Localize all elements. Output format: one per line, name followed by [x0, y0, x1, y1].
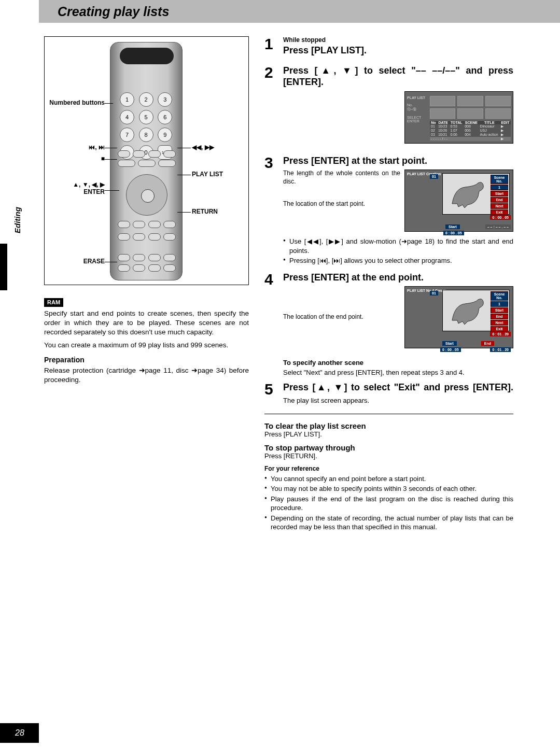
label-return: RETURN [192, 208, 218, 215]
step4-after: Select "Next" and press [ENTER], then re… [283, 369, 513, 376]
step2-title: Press [▲, ▼] to select "–– ––/––" and pr… [283, 65, 513, 88]
left-p2: You can create a maximum of 99 play list… [44, 341, 249, 350]
side-bleed [0, 244, 7, 290]
step-1: 1 While stopped Press [PLAY LIST]. [264, 36, 513, 60]
step-3: 3 Press [ENTER] at the start point. The … [264, 155, 513, 266]
step4-bold: To specify another scene [283, 359, 513, 367]
step1-pre: While stopped [283, 36, 513, 44]
ref-item: You cannot specify an end point before a… [271, 474, 513, 484]
title-bar: Creating play lists [39, 0, 560, 23]
ref-item: Play pauses if the end of the last progr… [271, 495, 513, 513]
label-seek: ◀◀, ▶▶ [192, 144, 214, 151]
step-num-5: 5 [264, 382, 283, 404]
page-number: 28 [9, 726, 30, 740]
step-num-4: 4 [264, 272, 283, 377]
osd-playlist: PLAY LIST No. ⓪–⑨ SELECT ENTER NoDATETOT… [404, 91, 513, 144]
step3-title: Press [ENTER] at the start point. [283, 155, 513, 167]
ref-item: You may not be able to specify points wi… [271, 484, 513, 494]
clear-head: To clear the play list screen [264, 421, 513, 430]
step5-title: Press [▲, ▼] to select "Exit" and press … [283, 382, 513, 393]
label-playlist: PLAY LIST [192, 171, 223, 178]
osd-creation-start: PLAY LIST Creation Scene No. 1 Start End… [404, 170, 513, 232]
prep-head: Preparation [44, 355, 249, 365]
step1-title: Press [PLAY LIST]. [283, 45, 513, 57]
remote-diagram: 123 456 789 0100 [44, 36, 249, 285]
label-skip: ⏮, ⏭ [48, 144, 105, 151]
ref-item: Depending on the state of recording, the… [271, 514, 513, 532]
ref-list: You cannot specify an end point before a… [264, 474, 513, 532]
step4-cap: The location of the end point. [283, 313, 400, 321]
label-numbered: Numbered buttons [48, 99, 105, 106]
left-body: RAM Specify start and end points to crea… [44, 298, 249, 385]
step-2: 2 Press [▲, ▼] to select "–– ––/––" and … [264, 65, 513, 150]
step-num-3: 3 [264, 155, 283, 266]
page-title: Creating play lists [58, 4, 169, 19]
label-arrows-enter: ▲, ▼, ◀, ▶ENTER [48, 181, 105, 195]
remote-dpad [126, 174, 167, 216]
step-4: 4 Press [ENTER] at the end point. The lo… [264, 272, 513, 377]
osd-creation-end: PLAY LIST No.4 Creation Scene No. 1 Star… [404, 286, 513, 348]
separator [264, 414, 513, 414]
step3-b2: Pressing [⏮], [⏭] allows you to select o… [289, 256, 513, 265]
label-erase: ERASE [48, 258, 105, 265]
ref-head: For your reference [264, 465, 513, 472]
osd-table: NoDATETOTALSCENETITLEEDIT 0110/230:53008… [430, 121, 511, 141]
stop-body: Press [RETURN]. [264, 452, 513, 460]
dinosaur-icon [447, 178, 488, 209]
step-num-1: 1 [264, 36, 283, 60]
remote-body: 123 456 789 0100 [110, 42, 183, 280]
prep-body: Release protection (cartridge ➜page 11, … [44, 366, 249, 385]
dinosaur-icon [447, 294, 488, 326]
step3-b1: Use [◀◀], [▶▶] and slow-motion (➜page 18… [289, 237, 513, 255]
section-tab: Editing [13, 207, 22, 233]
stop-head: To stop partway through [264, 443, 513, 452]
label-stop: ■ [48, 155, 105, 162]
step4-title: Press [ENTER] at the end point. [283, 272, 513, 284]
step-num-2: 2 [264, 65, 283, 150]
step5-after: The play list screen appears. [283, 397, 513, 404]
step3-cap1: The length of the whole contents on the … [283, 170, 400, 186]
ram-tag: RAM [44, 298, 63, 307]
remote-number-buttons: 123 456 789 0100 [120, 92, 174, 160]
step-5: 5 Press [▲, ▼] to select "Exit" and pres… [264, 382, 513, 404]
step3-cap2: The location of the start point. [283, 200, 400, 208]
clear-body: Press [PLAY LIST]. [264, 430, 513, 438]
left-p1: Specify start and end points to create s… [44, 309, 249, 337]
